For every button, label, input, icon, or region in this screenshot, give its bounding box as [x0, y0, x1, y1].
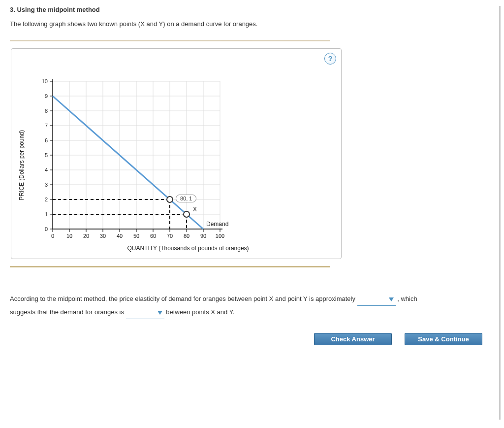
x-tick: 60 [150, 233, 156, 239]
y-tick: 3 [45, 182, 48, 188]
y-tick: 1 [45, 211, 48, 217]
x-tick: 40 [117, 233, 123, 239]
text-segment: , which [397, 295, 417, 302]
y-tick: 8 [45, 108, 48, 114]
y-axis-label: PRICE (Dollars per pound) [18, 115, 25, 200]
y-tick: 7 [45, 123, 48, 129]
legend-demand: Demand [206, 221, 228, 228]
point-x[interactable] [184, 211, 189, 217]
x-tick: 50 [133, 233, 139, 239]
question-intro: The following graph shows two known poin… [10, 20, 492, 28]
question-heading: Using the midpoint method [17, 6, 99, 13]
elasticity-value-dropdown[interactable] [357, 293, 396, 306]
chevron-down-icon [158, 311, 162, 315]
y-tick: 5 [45, 152, 48, 158]
chart-area[interactable]: 0 10 20 30 40 50 60 70 80 90 100 [28, 71, 235, 244]
y-tick: 10 [42, 78, 48, 84]
question-title: 3. Using the midpoint method [10, 6, 492, 13]
text-segment: between points X and Y. [166, 308, 234, 316]
save-continue-button[interactable]: Save & Continue [405, 333, 482, 345]
y-tick: 0 [45, 226, 48, 232]
point-tooltip: 80, 1 [176, 195, 196, 202]
x-tick: 80 [184, 233, 189, 239]
point-y[interactable] [167, 197, 173, 202]
x-tick: 100 [216, 233, 224, 239]
x-tick: 10 [66, 233, 72, 239]
x-tick: 90 [200, 233, 206, 239]
section-divider-top [10, 40, 330, 41]
check-answer-button[interactable]: Check Answer [314, 333, 392, 345]
x-tick: 20 [83, 233, 89, 239]
x-tick: 30 [100, 233, 106, 239]
chevron-down-icon [389, 297, 394, 301]
demand-line[interactable] [53, 96, 203, 229]
y-tick: 6 [45, 137, 48, 143]
answer-paragraph: According to the midpoint method, the pr… [10, 293, 492, 319]
point-x-label: X [193, 206, 197, 213]
x-tick: 70 [167, 233, 173, 239]
y-tick: 9 [45, 93, 48, 99]
y-tick: 2 [45, 197, 48, 202]
x-tick: 0 [51, 233, 54, 239]
elasticity-type-dropdown[interactable] [126, 306, 164, 319]
x-axis-label: QUANTITY (Thousands of pounds of oranges… [42, 245, 334, 252]
text-segment: According to the midpoint method, the pr… [10, 295, 357, 302]
text-segment: suggests that the demand for oranges is [10, 308, 126, 316]
question-number: 3. [10, 6, 15, 13]
help-icon[interactable]: ? [324, 53, 336, 65]
graph-panel: ? PRICE (Dollars per pound) [11, 48, 342, 259]
button-row: Check Answer Save & Continue [10, 333, 482, 345]
y-tick: 4 [45, 167, 48, 173]
section-divider-bottom [10, 266, 330, 268]
